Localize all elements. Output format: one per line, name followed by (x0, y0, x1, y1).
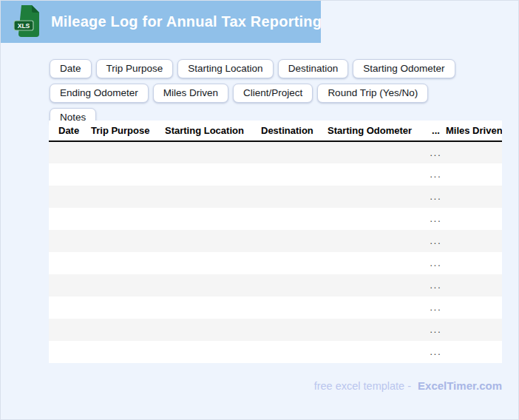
cell-empty (328, 297, 426, 319)
cell-empty (261, 208, 328, 230)
table-row: ... (49, 274, 502, 297)
cell-empty (91, 297, 165, 319)
col-header-ellipsis: ... (426, 121, 446, 141)
cell-empty (261, 186, 328, 208)
cell-empty (328, 163, 426, 186)
field-chip-starting-location[interactable]: Starting Location (177, 59, 273, 78)
cell-empty (165, 163, 261, 186)
cell-empty (165, 208, 261, 230)
table-row: ... (49, 341, 502, 363)
cell-empty (446, 319, 502, 341)
cell-ellipsis: ... (426, 252, 446, 274)
cell-empty (49, 319, 91, 341)
cell-empty (328, 252, 426, 274)
cell-empty (446, 297, 502, 319)
cell-empty (49, 297, 91, 319)
cell-empty (261, 141, 328, 163)
cell-ellipsis: ... (426, 319, 446, 341)
cell-empty (328, 186, 426, 208)
field-chip-client-project[interactable]: Client/Project (233, 84, 313, 103)
col-header-miles-driven: Miles Driven (446, 121, 502, 141)
page: XLS Mileage Log for Annual Tax Reporting… (0, 0, 519, 420)
col-header-trip-purpose: Trip Purpose (91, 121, 165, 141)
field-chip-trip-purpose[interactable]: Trip Purpose (96, 59, 174, 78)
page-title: Mileage Log for Annual Tax Reporting (51, 13, 322, 30)
cell-empty (49, 208, 91, 230)
cell-empty (165, 341, 261, 363)
cell-ellipsis: ... (426, 208, 446, 230)
xls-file-icon: XLS (13, 4, 41, 38)
cell-empty (261, 297, 328, 319)
cell-empty (261, 230, 328, 252)
cell-empty (91, 141, 165, 163)
cell-empty (446, 341, 502, 363)
cell-empty (91, 319, 165, 341)
field-chip-destination[interactable]: Destination (278, 59, 349, 78)
col-header-starting-location: Starting Location (165, 121, 261, 141)
cell-empty (446, 186, 502, 208)
cell-empty (49, 341, 91, 363)
cell-empty (261, 319, 328, 341)
cell-empty (91, 274, 165, 297)
cell-empty (49, 163, 91, 186)
col-header-starting-odometer: Starting Odometer (328, 121, 426, 141)
cell-empty (49, 230, 91, 252)
cell-empty (328, 208, 426, 230)
footer-tagline: free excel template - (314, 380, 411, 392)
cell-empty (165, 252, 261, 274)
cell-empty (328, 274, 426, 297)
cell-empty (446, 252, 502, 274)
table-row: ... (49, 230, 502, 252)
xls-badge-label: XLS (18, 22, 30, 30)
mileage-log-table: Date Trip Purpose Starting Location Dest… (49, 121, 502, 363)
cell-ellipsis: ... (426, 230, 446, 252)
cell-empty (328, 141, 426, 163)
cell-empty (49, 274, 91, 297)
cell-empty (328, 230, 426, 252)
cell-empty (91, 230, 165, 252)
cell-empty (328, 341, 426, 363)
cell-ellipsis: ... (426, 163, 446, 186)
field-chip-ending-odometer[interactable]: Ending Odometer (50, 84, 149, 103)
cell-empty (261, 341, 328, 363)
cell-ellipsis: ... (426, 141, 446, 163)
cell-empty (261, 163, 328, 186)
cell-empty (91, 208, 165, 230)
cell-empty (165, 230, 261, 252)
field-chip-list: DateTrip PurposeStarting LocationDestina… (50, 59, 465, 127)
footer-brand-link[interactable]: ExcelTimer.com (418, 379, 502, 392)
table-header-row: Date Trip Purpose Starting Location Dest… (49, 121, 502, 141)
cell-empty (165, 319, 261, 341)
cell-empty (91, 163, 165, 186)
cell-empty (165, 141, 261, 163)
field-chip-miles-driven[interactable]: Miles Driven (153, 84, 228, 103)
cell-empty (261, 274, 328, 297)
cell-empty (91, 252, 165, 274)
cell-empty (446, 163, 502, 186)
title-bar: XLS Mileage Log for Annual Tax Reporting (0, 0, 321, 43)
cell-empty (446, 274, 502, 297)
cell-ellipsis: ... (426, 341, 446, 363)
cell-empty (446, 208, 502, 230)
cell-empty (49, 186, 91, 208)
cell-empty (165, 274, 261, 297)
field-chip-round-trip-yes-no[interactable]: Round Trip (Yes/No) (317, 84, 428, 103)
cell-empty (446, 141, 502, 163)
col-header-date: Date (49, 121, 91, 141)
table-row: ... (49, 186, 502, 208)
table-row: ... (49, 252, 502, 274)
cell-empty (49, 252, 91, 274)
cell-empty (165, 297, 261, 319)
footer: free excel template - ExcelTimer.com (314, 379, 502, 392)
field-chip-date[interactable]: Date (50, 59, 92, 78)
cell-empty (446, 230, 502, 252)
cell-ellipsis: ... (426, 186, 446, 208)
field-chip-starting-odometer[interactable]: Starting Odometer (353, 59, 455, 78)
table-row: ... (49, 319, 502, 341)
table-row: ... (49, 297, 502, 319)
cell-ellipsis: ... (426, 274, 446, 297)
cell-ellipsis: ... (426, 297, 446, 319)
cell-empty (91, 186, 165, 208)
table-row: ... (49, 163, 502, 186)
col-header-destination: Destination (261, 121, 328, 141)
